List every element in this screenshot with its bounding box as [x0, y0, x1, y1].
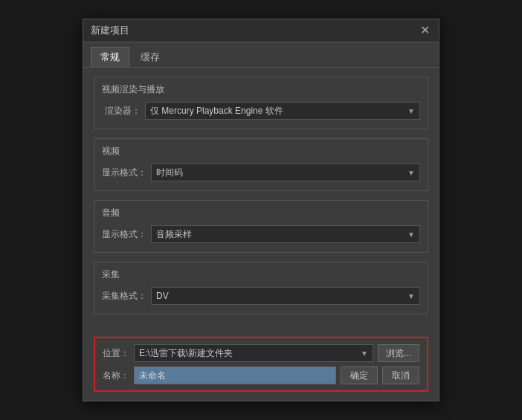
video-format-dropdown[interactable]: 时间码 ▼ — [151, 164, 420, 181]
location-row: 位置： E:\迅雷下载\新建文件夹 ▼ 浏览... — [103, 344, 419, 362]
location-dropdown[interactable]: E:\迅雷下载\新建文件夹 ▼ — [134, 344, 373, 362]
browse-button[interactable]: 浏览... — [378, 344, 419, 362]
tab-general[interactable]: 常规 — [91, 47, 129, 67]
video-section: 视频 显示格式： 时间码 ▼ — [94, 138, 428, 191]
dialog-title: 新建项目 — [91, 24, 129, 37]
name-label: 名称： — [103, 369, 129, 382]
render-section-title: 视频渲染与播放 — [102, 83, 420, 96]
capture-format-dropdown-arrow: ▼ — [407, 292, 415, 300]
confirm-button[interactable]: 确定 — [341, 366, 378, 384]
location-label: 位置： — [103, 347, 129, 360]
audio-section-title: 音频 — [102, 207, 420, 219]
renderer-row: 渲染器： 仅 Mercury Playback Engine 软件 ▼ — [102, 102, 420, 120]
location-dropdown-arrow: ▼ — [361, 349, 368, 358]
audio-format-label: 显示格式： — [102, 228, 146, 241]
renderer-dropdown[interactable]: 仅 Mercury Playback Engine 软件 ▼ — [145, 102, 420, 120]
title-bar: 新建项目 ✕ — [83, 19, 439, 42]
capture-format-label: 采集格式： — [102, 290, 146, 303]
capture-section-title: 采集 — [102, 268, 420, 281]
capture-section: 采集 采集格式： DV ▼ — [94, 262, 428, 314]
render-section: 视频渲染与播放 渲染器： 仅 Mercury Playback Engine 软… — [94, 77, 428, 129]
cancel-button[interactable]: 取消 — [382, 366, 419, 384]
renderer-label: 渲染器： — [102, 105, 141, 117]
audio-section: 音频 显示格式： 音频采样 ▼ — [94, 200, 428, 253]
audio-format-dropdown-arrow: ▼ — [407, 230, 415, 239]
audio-format-dropdown[interactable]: 音频采样 ▼ — [151, 225, 420, 243]
capture-format-row: 采集格式： DV ▼ — [102, 287, 420, 305]
main-content: 视频渲染与播放 渲染器： 仅 Mercury Playback Engine 软… — [83, 68, 439, 332]
name-input[interactable] — [134, 366, 336, 384]
tabs-bar: 常规 缓存 — [83, 42, 439, 68]
capture-format-dropdown[interactable]: DV ▼ — [151, 287, 420, 305]
video-section-title: 视频 — [102, 145, 420, 158]
video-format-label: 显示格式： — [102, 167, 146, 179]
close-button[interactable]: ✕ — [419, 25, 431, 36]
name-row: 名称： 确定 取消 — [103, 366, 419, 384]
video-format-row: 显示格式： 时间码 ▼ — [102, 164, 420, 181]
video-format-dropdown-arrow: ▼ — [407, 169, 415, 177]
renderer-dropdown-arrow: ▼ — [407, 107, 415, 115]
new-project-dialog: 新建项目 ✕ 常规 缓存 视频渲染与播放 渲染器： 仅 Mercury Play… — [83, 19, 439, 401]
audio-format-row: 显示格式： 音频采样 ▼ — [102, 225, 420, 243]
bottom-section: 位置： E:\迅雷下载\新建文件夹 ▼ 浏览... 名称： 确定 取消 — [94, 337, 428, 392]
tab-cache[interactable]: 缓存 — [131, 47, 170, 67]
